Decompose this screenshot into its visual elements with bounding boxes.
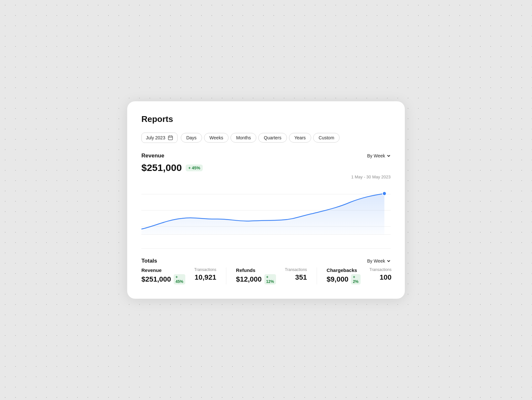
revenue-amount: $251,000 <box>141 162 182 173</box>
totals-chargebacks-transactions-label: Transactions <box>370 267 392 272</box>
totals-revenue-name: Revenue <box>141 267 185 273</box>
date-picker-button[interactable]: July 2023 <box>141 133 178 143</box>
reports-card: Reports July 2023 Days Weeks Months Quar… <box>127 101 405 299</box>
totals-refunds-name: Refunds <box>236 267 276 273</box>
filter-bar: July 2023 Days Weeks Months Quarters Yea… <box>141 133 391 143</box>
calendar-icon <box>168 135 173 140</box>
totals-refunds-badge: + 12% <box>264 274 276 285</box>
totals-refunds-transactions-label: Transactions <box>285 267 307 272</box>
revenue-change-badge: + 45% <box>186 165 203 171</box>
period-filter-group: Days Weeks Months Quarters Years Custom <box>181 133 340 143</box>
revenue-by-week-label: By Week <box>367 153 385 158</box>
period-btn-custom[interactable]: Custom <box>313 133 340 143</box>
chart-end-dot <box>383 192 386 195</box>
totals-item-refunds: Refunds $12,000 + 12% Transactions 351 <box>236 267 317 285</box>
totals-refunds-amount: $12,000 <box>236 275 262 284</box>
revenue-date-range: 1 May - 30 May 2023 <box>141 175 391 179</box>
totals-chargebacks-amount: $9,000 <box>327 275 348 284</box>
totals-chargebacks-transactions-value: 100 <box>370 273 392 282</box>
totals-chevron-down-icon <box>387 259 391 263</box>
revenue-section: Revenue By Week $251,000 + 45% 1 May - 3… <box>141 153 391 239</box>
svg-rect-0 <box>168 136 172 140</box>
revenue-amount-row: $251,000 + 45% <box>141 162 391 173</box>
totals-title: Totals <box>141 258 157 264</box>
chevron-down-icon <box>387 154 391 158</box>
totals-section: Totals By Week Revenue $251,000 + 45% <box>141 258 391 285</box>
revenue-left: $251,000 + 45% <box>141 162 203 173</box>
totals-chargebacks-badge: + 2% <box>351 274 360 285</box>
totals-revenue-transactions-value: 10,921 <box>194 273 216 282</box>
period-btn-quarters[interactable]: Quarters <box>258 133 287 143</box>
totals-revenue-badge: + 45% <box>174 274 185 285</box>
date-picker-label: July 2023 <box>146 135 165 140</box>
revenue-title: Revenue <box>141 153 164 159</box>
period-btn-days[interactable]: Days <box>181 133 202 143</box>
revenue-chart-svg <box>141 185 391 239</box>
period-btn-years[interactable]: Years <box>289 133 311 143</box>
page-title: Reports <box>141 114 391 124</box>
totals-item-revenue: Revenue $251,000 + 45% Transactions 10,9… <box>141 267 226 285</box>
totals-by-week-selector[interactable]: By Week <box>367 258 391 264</box>
totals-refunds-transactions-value: 351 <box>285 273 307 282</box>
totals-revenue-amount: $251,000 <box>141 275 171 284</box>
revenue-chart <box>141 185 391 239</box>
totals-grid: Revenue $251,000 + 45% Transactions 10,9… <box>141 267 391 285</box>
period-btn-weeks[interactable]: Weeks <box>204 133 229 143</box>
totals-header: Totals By Week <box>141 258 391 264</box>
totals-revenue-transactions-label: Transactions <box>194 267 216 272</box>
totals-item-chargebacks: Chargebacks $9,000 + 2% Transactions 100 <box>327 267 392 285</box>
period-btn-months[interactable]: Months <box>230 133 256 143</box>
totals-chargebacks-name: Chargebacks <box>327 267 361 273</box>
section-divider <box>141 248 391 249</box>
revenue-by-week-selector[interactable]: By Week <box>367 153 391 158</box>
revenue-header: Revenue By Week <box>141 153 391 159</box>
totals-by-week-label: By Week <box>367 258 385 264</box>
